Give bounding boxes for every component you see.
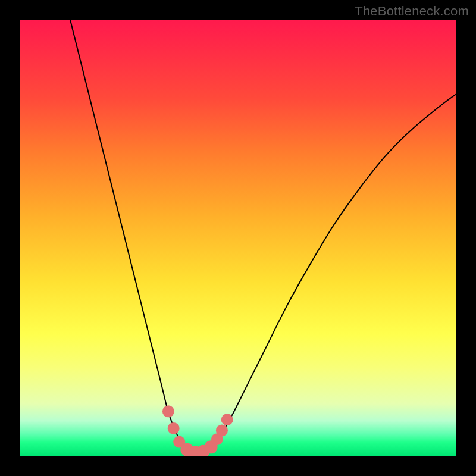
watermark-text: TheBottleneck.com	[355, 4, 469, 19]
plot-area	[20, 20, 456, 456]
marker-point	[162, 405, 174, 417]
marker-point	[221, 414, 233, 425]
bottleneck-curve	[70, 20, 456, 455]
marker-point	[216, 425, 228, 437]
marker-point	[168, 422, 180, 434]
minimum-markers	[162, 405, 233, 456]
curve-svg	[20, 20, 456, 456]
chart-frame: TheBottleneck.com	[0, 0, 476, 476]
